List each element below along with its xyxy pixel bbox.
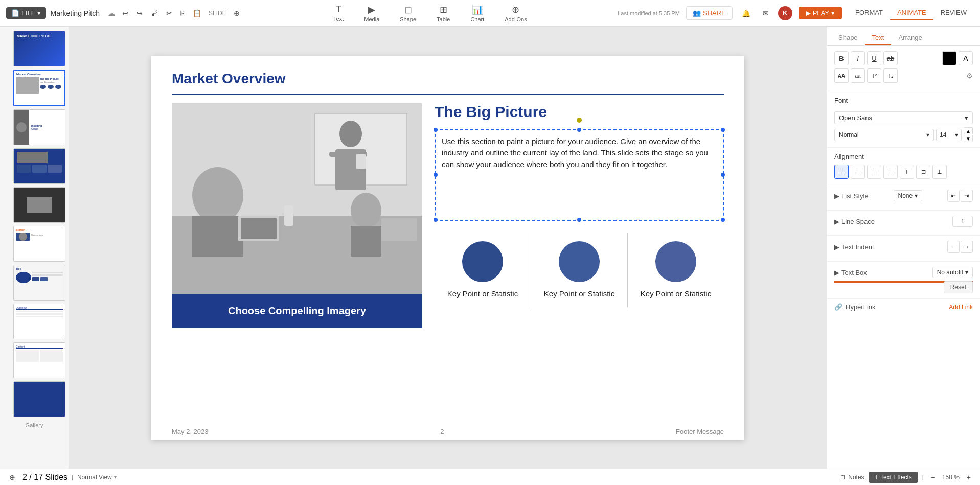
resize-handle-b[interactable]	[577, 218, 581, 222]
redo-button[interactable]: ↪	[133, 7, 146, 19]
slide-thumb-2[interactable]: Market Overview The Big Picture Use this…	[13, 70, 65, 106]
slide-thumb-1[interactable]: MARKETING PITCH	[13, 31, 65, 66]
chart-icon: 📊	[472, 4, 483, 15]
font-size-down[interactable]: ▼	[964, 135, 973, 142]
tab-review[interactable]: REVIEW	[933, 6, 974, 20]
panel-tab-arrange[interactable]: Arrange	[891, 31, 929, 45]
undo-button[interactable]: ↩	[119, 7, 131, 19]
play-button[interactable]: ▶ PLAY ▾	[799, 7, 842, 19]
resize-handle-top[interactable]	[577, 128, 581, 132]
stat-item-1[interactable]: Key Point or Statistic	[435, 233, 531, 307]
slide-thumbnail-9[interactable]: 9 Content	[3, 342, 65, 378]
slide-thumbnail-6[interactable]: 6 Section Content here	[3, 226, 65, 262]
slide-thumb-9[interactable]: Content	[13, 342, 65, 378]
text-effects-button[interactable]: T Text Effects	[869, 472, 918, 483]
slide-image[interactable]: mashroom5	[172, 103, 422, 328]
toolbar-text[interactable]: T Text	[329, 2, 348, 24]
cut-button[interactable]: ✂	[163, 7, 175, 19]
text-indent-increase[interactable]: →	[961, 241, 973, 253]
text-box-select[interactable]: No autofit ▾	[932, 267, 973, 278]
text-color-swatch[interactable]	[942, 51, 956, 65]
slide-thumb-4[interactable]	[13, 148, 65, 184]
toolbar-chart[interactable]: 📊 Chart	[466, 2, 488, 25]
text-highlight-swatch[interactable]	[959, 51, 973, 65]
panel-tab-shape[interactable]: Shape	[831, 31, 865, 45]
resize-handle-l[interactable]	[434, 173, 438, 177]
font-family-select[interactable]: Open Sans ▾	[834, 111, 973, 124]
settings-icon[interactable]: ⚙	[966, 72, 973, 80]
slide-options-button[interactable]: ⊕	[231, 7, 243, 19]
all-caps-button[interactable]: aa	[851, 68, 865, 83]
slide-thumb-5[interactable]	[13, 187, 65, 223]
font-size-up[interactable]: ▲	[964, 127, 973, 134]
paste-button[interactable]: 📋	[190, 7, 204, 19]
format-paint-button[interactable]: 🖌	[148, 7, 161, 19]
text-box-selected[interactable]: Use this section to paint a picture for …	[435, 129, 724, 221]
strikethrough-button[interactable]: ab	[883, 51, 898, 65]
font-size-select[interactable]: 14 ▾	[936, 129, 962, 141]
slide-canvas[interactable]: Market Overview mashroom5	[151, 56, 744, 440]
slide-thumbnail-8[interactable]: 8 Overview	[3, 304, 65, 339]
view-mode-selector[interactable]: Normal View ▾	[77, 474, 117, 481]
slide-thumb-8[interactable]: Overview	[13, 304, 65, 339]
slide-thumb-7[interactable]: Title	[13, 265, 65, 301]
slide-thumbnail-10[interactable]: 10	[3, 381, 65, 417]
notes-button[interactable]: 🗒 Notes	[840, 474, 864, 481]
slide-thumb-6[interactable]: Section Content here	[13, 226, 65, 262]
indent-decrease[interactable]: ⇤	[947, 190, 960, 202]
toolbar-media[interactable]: ▶ Media	[360, 2, 383, 25]
list-style-select[interactable]: None ▾	[894, 190, 923, 201]
rotation-handle[interactable]	[577, 118, 582, 123]
small-caps-button[interactable]: AA	[834, 68, 849, 83]
slide-thumb-10[interactable]	[13, 381, 65, 417]
align-center-button[interactable]: ≡	[851, 165, 865, 179]
copy-button[interactable]: ⎘	[177, 7, 188, 19]
stat-item-2[interactable]: Key Point or Statistic	[531, 233, 628, 307]
slide-thumbnail-5[interactable]: 5	[3, 187, 65, 223]
slide-thumbnail-3[interactable]: 3 Inspiring Quote	[3, 109, 65, 145]
underline-button[interactable]: U	[867, 51, 881, 65]
align-justify-button[interactable]: ≡	[883, 165, 898, 179]
align-top-button[interactable]: ⊤	[900, 165, 914, 179]
align-right-button[interactable]: ≡	[867, 165, 881, 179]
zoom-in-button[interactable]: +	[964, 471, 974, 483]
slide-thumbnail-1[interactable]: 1 MARKETING PITCH	[3, 31, 65, 66]
slide-thumb-3[interactable]: Inspiring Quote	[13, 109, 65, 145]
resize-handle-tr[interactable]	[721, 128, 725, 132]
bold-button[interactable]: B	[834, 51, 849, 65]
panel-tab-text[interactable]: Text	[865, 31, 892, 45]
align-bottom-button[interactable]: ⊥	[932, 165, 947, 179]
stat-item-3[interactable]: Key Point or Statistic	[628, 233, 724, 307]
text-indent-decrease[interactable]: ←	[947, 241, 960, 253]
text-box-content[interactable]: Use this section to paint a picture for …	[442, 136, 717, 171]
slide-thumbnail-2[interactable]: 2 Market Overview The Big Picture Use th…	[3, 70, 65, 106]
align-middle-button[interactable]: ⊟	[916, 165, 930, 179]
line-space-input[interactable]	[952, 216, 973, 227]
resize-handle-r[interactable]	[721, 173, 725, 177]
new-slide-button[interactable]: ⊕	[6, 471, 18, 483]
tab-animate[interactable]: ANIMATE	[890, 6, 933, 20]
notifications-button[interactable]: 🔔	[739, 7, 754, 19]
share-button[interactable]: 👥 SHARE	[686, 6, 733, 20]
add-link-button[interactable]: Add Link	[949, 304, 973, 311]
slide-thumbnail-4[interactable]: 4	[3, 148, 65, 184]
toolbar-table[interactable]: ⊞ Table	[432, 2, 454, 25]
zoom-out-button[interactable]: −	[928, 471, 938, 483]
italic-button[interactable]: I	[851, 51, 865, 65]
reset-button[interactable]: Reset	[944, 281, 973, 293]
user-avatar[interactable]: K	[778, 6, 792, 20]
align-left-button[interactable]: ≡	[834, 165, 849, 179]
superscript-button[interactable]: T²	[867, 68, 881, 83]
toolbar-shape[interactable]: ◻ Shape	[396, 2, 420, 25]
font-style-select[interactable]: Normal ▾	[834, 129, 934, 141]
file-button[interactable]: 📄 FILE ▾	[6, 7, 46, 19]
resize-handle-tl[interactable]	[434, 128, 438, 132]
slide-thumbnail-7[interactable]: 7 Title	[3, 265, 65, 301]
mail-button[interactable]: ✉	[760, 7, 772, 19]
resize-handle-bl[interactable]	[434, 218, 438, 222]
toolbar-addons[interactable]: ⊕ Add-Ons	[500, 2, 531, 25]
indent-increase[interactable]: ⇥	[961, 190, 973, 202]
resize-handle-br[interactable]	[721, 218, 725, 222]
tab-format[interactable]: FORMAT	[848, 6, 890, 20]
subscript-button[interactable]: T₂	[883, 68, 898, 83]
